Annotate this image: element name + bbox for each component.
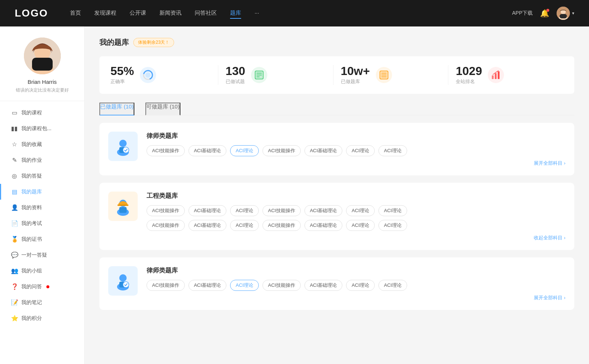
- notes-icon: 📝: [11, 299, 18, 306]
- tag-item[interactable]: ACI基础理论: [304, 205, 343, 216]
- sidebar-item-question-bank[interactable]: ▤ 我的题库: [0, 184, 84, 200]
- banks-icon: [376, 67, 392, 83]
- tag-item[interactable]: ACI基础理论: [304, 145, 343, 156]
- sidebar-profile: Brian Harris 错误的决定比没有决定要好: [0, 38, 84, 101]
- sidebar: Brian Harris 错误的决定比没有决定要好 ▭ 我的课程 ▮▮ 我的课程…: [0, 26, 85, 364]
- sidebar-item-label: 我的问答: [21, 283, 42, 290]
- tag-item[interactable]: ACI基础理论: [188, 280, 227, 291]
- nav-qa[interactable]: 问答社区: [195, 8, 217, 19]
- notification-dot: [546, 9, 549, 12]
- sidebar-item-course-pack[interactable]: ▮▮ 我的课程包...: [0, 121, 84, 136]
- nav-news[interactable]: 新闻资讯: [159, 8, 181, 19]
- sidebar-item-certificate[interactable]: 🏅 我的证书: [0, 231, 84, 247]
- engineer-tags-row-2: ACI技能操作 ACI基础理论 ACI理论 ACI技能操作 ACI基础理论 AC…: [147, 220, 565, 231]
- bank-icon-engineer: [108, 192, 138, 221]
- lawyer-bank-name-2: 律师类题库: [147, 266, 565, 275]
- tag-item[interactable]: ACI技能操作: [262, 145, 301, 156]
- tag-item[interactable]: ACI理论: [378, 205, 407, 216]
- sidebar-item-label: 我的笔记: [21, 299, 42, 306]
- expand-link-1[interactable]: 展开全部科目 ›: [147, 160, 565, 167]
- stat-done-banks: 10w+ 已做题库: [334, 65, 449, 85]
- trial-badge: 体验剩余23天！: [133, 38, 174, 47]
- svg-rect-30: [119, 207, 127, 213]
- unread-dot: [46, 285, 49, 288]
- lawyer-bank-body: 律师类题库 ACI技能操作 ACI基础理论 ACI理论 ACI技能操作 ACI基…: [147, 132, 565, 167]
- sidebar-item-qa[interactable]: ◎ 我的答疑: [0, 168, 84, 184]
- sidebar-menu: ▭ 我的课程 ▮▮ 我的课程包... ☆ 我的收藏 ✎ 我的作业 ◎ 我的答疑 …: [0, 105, 84, 326]
- tag-item[interactable]: ACI理论: [230, 220, 259, 231]
- notification-bell[interactable]: 🔔: [540, 9, 549, 18]
- nav-home[interactable]: 首页: [70, 8, 81, 19]
- tag-item[interactable]: ACI技能操作: [147, 145, 185, 156]
- sidebar-item-label: 我的作业: [21, 157, 42, 164]
- sidebar-item-label: 我的答疑: [21, 173, 42, 179]
- sidebar-item-my-courses[interactable]: ▭ 我的课程: [0, 105, 84, 121]
- question-icon: ❓: [11, 283, 18, 290]
- svg-rect-21: [492, 75, 494, 79]
- app-download-link[interactable]: APP下载: [512, 10, 533, 17]
- bank-card-lawyer-1: 律师类题库 ACI技能操作 ACI基础理论 ACI理论 ACI技能操作 ACI基…: [99, 123, 574, 175]
- tag-item[interactable]: ACI理论: [346, 220, 375, 231]
- nav-more[interactable]: ···: [254, 8, 259, 19]
- svg-rect-31: [117, 204, 128, 206]
- tag-item[interactable]: ACI技能操作: [262, 280, 301, 291]
- tag-item[interactable]: ACI基础理论: [188, 205, 227, 216]
- tag-item[interactable]: ACI理论: [346, 205, 375, 216]
- main-content: 我的题库 体验剩余23天！ 55% 正确率: [85, 26, 589, 364]
- questions-icon: [251, 67, 267, 83]
- lawyer-tags-row: ACI技能操作 ACI基础理论 ACI理论 ACI技能操作 ACI基础理论 AC…: [147, 145, 565, 156]
- tag-item[interactable]: ACI技能操作: [262, 220, 301, 231]
- tag-item[interactable]: ACI理论: [378, 220, 407, 231]
- tag-item[interactable]: ACI技能操作: [147, 205, 185, 216]
- bank-card-engineer: 工程类题库 ACI技能操作 ACI基础理论 ACI理论 ACI技能操作 ACI基…: [99, 183, 574, 250]
- nav-bank[interactable]: 题库: [230, 8, 241, 19]
- expand-link-2[interactable]: 收起全部科目 ›: [147, 235, 565, 241]
- course-icon: ▭: [11, 109, 18, 116]
- tag-item[interactable]: ACI理论: [378, 145, 407, 156]
- tag-item[interactable]: ACI理论: [346, 145, 375, 156]
- stats-row: 55% 正确率 130 已做试题: [99, 56, 574, 94]
- sidebar-item-label: 我的小组: [21, 268, 42, 274]
- tabs-row: 已做题库 (10) 可做题库 (10): [99, 103, 574, 115]
- tag-item[interactable]: ACI基础理论: [304, 220, 343, 231]
- sidebar-item-points[interactable]: ⭐ 我的积分: [0, 310, 84, 326]
- sidebar-item-homework[interactable]: ✎ 我的作业: [0, 152, 84, 168]
- nav-open-course[interactable]: 公开课: [130, 8, 146, 19]
- sidebar-item-profile[interactable]: 👤 我的资料: [0, 200, 84, 215]
- tag-item[interactable]: ACI基础理论: [188, 145, 227, 156]
- tag-item[interactable]: ACI基础理论: [188, 220, 227, 231]
- tag-item[interactable]: ACI技能操作: [147, 220, 185, 231]
- chat-icon: 💬: [11, 251, 18, 258]
- tag-item[interactable]: ACI基础理论: [304, 280, 343, 291]
- expand-link-3[interactable]: 展开全部科目 ›: [147, 295, 565, 301]
- tag-item[interactable]: ACI理论: [378, 280, 407, 291]
- page-title: 我的题库: [99, 38, 129, 47]
- sidebar-item-label: 我的积分: [21, 315, 42, 322]
- nav-discover[interactable]: 发现课程: [94, 8, 116, 19]
- sidebar-item-label: 我的证书: [21, 236, 42, 243]
- logo: LOGO: [15, 7, 48, 19]
- stat-done-questions-value: 130: [226, 65, 245, 77]
- user-avatar-menu[interactable]: ▾: [557, 7, 574, 20]
- tag-item[interactable]: ACI技能操作: [262, 205, 301, 216]
- sidebar-item-my-qa[interactable]: ❓ 我的问答: [0, 279, 84, 295]
- svg-point-32: [119, 274, 127, 282]
- tag-item[interactable]: ACI理论: [346, 280, 375, 291]
- sidebar-item-one-on-one[interactable]: 💬 一对一答疑: [0, 247, 84, 263]
- tag-item-highlighted[interactable]: ACI理论: [230, 280, 259, 291]
- tag-item-highlighted[interactable]: ACI理论: [230, 145, 259, 156]
- sidebar-item-notes[interactable]: 📝 我的笔记: [0, 295, 84, 310]
- sidebar-item-favorites[interactable]: ☆ 我的收藏: [0, 136, 84, 152]
- svg-point-10: [145, 72, 151, 78]
- tag-item[interactable]: ACI技能操作: [147, 280, 185, 291]
- sidebar-item-group[interactable]: 👥 我的小组: [0, 263, 84, 279]
- star-outline-icon: ☆: [11, 141, 18, 148]
- bar-chart-icon: ▮▮: [11, 125, 18, 132]
- bank-icon: ▤: [11, 188, 18, 195]
- tab-available-banks[interactable]: 可做题库 (10): [145, 103, 180, 115]
- svg-point-24: [119, 140, 127, 147]
- tag-item[interactable]: ACI理论: [230, 205, 259, 216]
- tab-done-banks[interactable]: 已做题库 (10): [99, 103, 134, 115]
- svg-point-35: [123, 282, 129, 288]
- sidebar-item-exam[interactable]: 📄 我的考试: [0, 215, 84, 231]
